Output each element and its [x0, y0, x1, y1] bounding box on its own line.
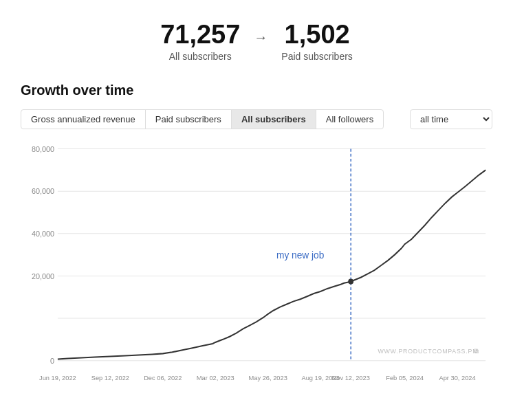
- svg-text:Dec 06, 2022: Dec 06, 2022: [144, 374, 182, 382]
- section-title: Growth over time: [21, 82, 492, 98]
- stats-section: 71,257 All subscribers → 1,502 Paid subs…: [21, 14, 492, 62]
- svg-text:60,000: 60,000: [32, 187, 54, 195]
- svg-text:Nov 12, 2023: Nov 12, 2023: [332, 374, 370, 382]
- svg-text:40,000: 40,000: [32, 229, 54, 237]
- svg-text:20,000: 20,000: [32, 272, 54, 280]
- svg-text:Sep 12, 2022: Sep 12, 2022: [91, 374, 129, 382]
- svg-text:WWW.PRODUCTCOMPASS.PM: WWW.PRODUCTCOMPASS.PM: [378, 348, 478, 355]
- all-subscribers-stat: 71,257 All subscribers: [160, 21, 240, 62]
- svg-point-22: [348, 278, 353, 284]
- tab-all-subscribers[interactable]: All subscribers: [231, 109, 316, 129]
- chart-container: 80,000 60,000 40,000 20,000 0 Jun 19, 20…: [21, 135, 492, 396]
- svg-text:Mar 02, 2023: Mar 02, 2023: [197, 374, 234, 382]
- tabs-row: Gross annualized revenue Paid subscriber…: [21, 109, 492, 129]
- all-subscribers-label: All subscribers: [160, 51, 240, 62]
- paid-subscribers-label: Paid subscribers: [281, 51, 353, 62]
- svg-text:80,000: 80,000: [32, 144, 54, 153]
- tab-paid-subscribers[interactable]: Paid subscribers: [145, 109, 232, 129]
- svg-text:my new job: my new job: [276, 249, 325, 260]
- paid-subscribers-stat: 1,502 Paid subscribers: [281, 21, 353, 62]
- svg-text:Apr 30, 2024: Apr 30, 2024: [439, 374, 476, 382]
- svg-text:May 26, 2023: May 26, 2023: [249, 374, 287, 382]
- all-subscribers-count: 71,257: [160, 21, 240, 49]
- time-filter-dropdown[interactable]: all time last year last 6 months last 3 …: [410, 109, 492, 129]
- tab-all-followers[interactable]: All followers: [316, 109, 384, 129]
- arrow-icon: →: [254, 30, 268, 45]
- paid-subscribers-count: 1,502: [281, 21, 353, 49]
- tab-group: Gross annualized revenue Paid subscriber…: [21, 109, 383, 129]
- svg-text:Jun 19, 2022: Jun 19, 2022: [39, 374, 76, 382]
- tab-gross-revenue[interactable]: Gross annualized revenue: [21, 109, 146, 129]
- svg-text:⧉: ⧉: [474, 347, 479, 355]
- svg-text:0: 0: [50, 356, 54, 364]
- svg-text:Feb 05, 2024: Feb 05, 2024: [386, 374, 424, 382]
- growth-chart: 80,000 60,000 40,000 20,000 0 Jun 19, 20…: [21, 135, 492, 396]
